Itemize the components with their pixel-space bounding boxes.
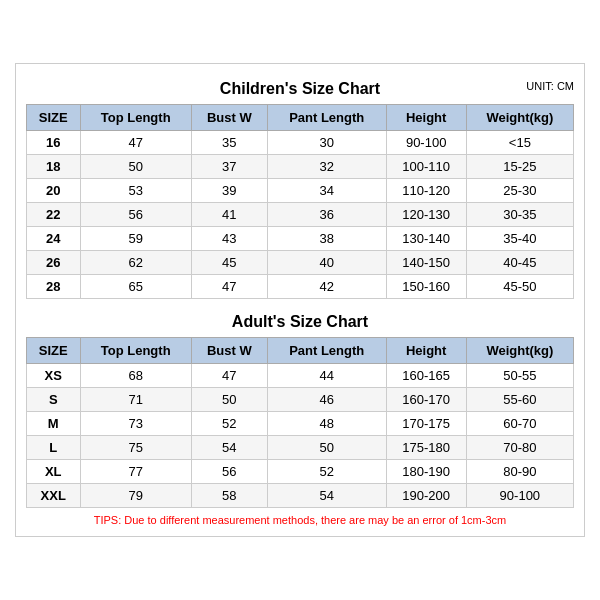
adult-cell: 180-190 <box>386 460 466 484</box>
children-cell: 50 <box>80 155 191 179</box>
children-cell: 16 <box>27 131 81 155</box>
adult-col-header-bust-w: Bust W <box>191 338 267 364</box>
children-cell: 45-50 <box>466 275 573 299</box>
adult-cell: 90-100 <box>466 484 573 508</box>
adult-col-header-height: Height <box>386 338 466 364</box>
children-cell: 110-120 <box>386 179 466 203</box>
adult-cell: 70-80 <box>466 436 573 460</box>
children-cell: 40 <box>267 251 386 275</box>
adult-table-row: M735248170-17560-70 <box>27 412 574 436</box>
children-cell: 47 <box>191 275 267 299</box>
children-cell: 36 <box>267 203 386 227</box>
children-cell: 24 <box>27 227 81 251</box>
children-cell: 32 <box>267 155 386 179</box>
adult-cell: 56 <box>191 460 267 484</box>
children-cell: 35-40 <box>466 227 573 251</box>
children-cell: 62 <box>80 251 191 275</box>
children-table-row: 1647353090-100<15 <box>27 131 574 155</box>
children-cell: 140-150 <box>386 251 466 275</box>
children-title: Children's Size Chart UNIT: CM <box>26 74 574 100</box>
adult-cell: M <box>27 412 81 436</box>
children-cell: 26 <box>27 251 81 275</box>
children-table-row: 24594338130-14035-40 <box>27 227 574 251</box>
adult-table-row: XL775652180-19080-90 <box>27 460 574 484</box>
adult-table: SIZE Top Length Bust W Pant Length Heigh… <box>26 337 574 508</box>
adult-cell: 190-200 <box>386 484 466 508</box>
adult-cell: 60-70 <box>466 412 573 436</box>
children-table-row: 28654742150-16045-50 <box>27 275 574 299</box>
adult-cell: 55-60 <box>466 388 573 412</box>
adult-cell: 52 <box>267 460 386 484</box>
children-cell: 56 <box>80 203 191 227</box>
adult-cell: 170-175 <box>386 412 466 436</box>
children-cell: 59 <box>80 227 191 251</box>
children-cell: 39 <box>191 179 267 203</box>
adult-cell: XXL <box>27 484 81 508</box>
adult-cell: 71 <box>80 388 191 412</box>
adult-cell: 75 <box>80 436 191 460</box>
children-cell: 43 <box>191 227 267 251</box>
adult-title: Adult's Size Chart <box>26 307 574 333</box>
children-cell: 22 <box>27 203 81 227</box>
adult-cell: XL <box>27 460 81 484</box>
adult-cell: S <box>27 388 81 412</box>
children-cell: 20 <box>27 179 81 203</box>
adult-cell: 50-55 <box>466 364 573 388</box>
adult-cell: 54 <box>267 484 386 508</box>
children-table-row: 26624540140-15040-45 <box>27 251 574 275</box>
children-cell: 42 <box>267 275 386 299</box>
children-cell: 40-45 <box>466 251 573 275</box>
adult-cell: 47 <box>191 364 267 388</box>
children-cell: 15-25 <box>466 155 573 179</box>
children-title-text: Children's Size Chart <box>220 80 380 97</box>
adult-cell: L <box>27 436 81 460</box>
col-header-weight: Weight(kg) <box>466 105 573 131</box>
adult-cell: 80-90 <box>466 460 573 484</box>
children-cell: 150-160 <box>386 275 466 299</box>
children-cell: 100-110 <box>386 155 466 179</box>
adult-cell: 79 <box>80 484 191 508</box>
children-cell: 41 <box>191 203 267 227</box>
adult-cell: 160-165 <box>386 364 466 388</box>
children-cell: 47 <box>80 131 191 155</box>
adult-cell: 50 <box>267 436 386 460</box>
adult-cell: 73 <box>80 412 191 436</box>
adult-table-row: S715046160-17055-60 <box>27 388 574 412</box>
col-header-pant-length: Pant Length <box>267 105 386 131</box>
adult-col-header-top-length: Top Length <box>80 338 191 364</box>
unit-label: UNIT: CM <box>526 80 574 92</box>
children-cell: 38 <box>267 227 386 251</box>
children-cell: 28 <box>27 275 81 299</box>
adult-title-text: Adult's Size Chart <box>232 313 368 330</box>
adult-cell: 50 <box>191 388 267 412</box>
children-table-row: 22564136120-13030-35 <box>27 203 574 227</box>
children-cell: 30 <box>267 131 386 155</box>
children-cell: 120-130 <box>386 203 466 227</box>
size-chart-wrapper: Children's Size Chart UNIT: CM SIZE Top … <box>15 63 585 537</box>
tips-text: TIPS: Due to different measurement metho… <box>26 514 574 526</box>
col-header-bust-w: Bust W <box>191 105 267 131</box>
children-cell: 45 <box>191 251 267 275</box>
adult-cell: 54 <box>191 436 267 460</box>
adult-header-row: SIZE Top Length Bust W Pant Length Heigh… <box>27 338 574 364</box>
adult-col-header-pant-length: Pant Length <box>267 338 386 364</box>
adult-table-row: XS684744160-16550-55 <box>27 364 574 388</box>
adult-table-row: XXL795854190-20090-100 <box>27 484 574 508</box>
adult-cell: 160-170 <box>386 388 466 412</box>
children-cell: 35 <box>191 131 267 155</box>
adult-cell: 48 <box>267 412 386 436</box>
children-cell: 25-30 <box>466 179 573 203</box>
col-header-height: Height <box>386 105 466 131</box>
children-cell: 65 <box>80 275 191 299</box>
col-header-top-length: Top Length <box>80 105 191 131</box>
children-cell: 18 <box>27 155 81 179</box>
children-cell: 90-100 <box>386 131 466 155</box>
children-cell: 53 <box>80 179 191 203</box>
children-table-row: 18503732100-11015-25 <box>27 155 574 179</box>
children-table: SIZE Top Length Bust W Pant Length Heigh… <box>26 104 574 299</box>
adult-col-header-size: SIZE <box>27 338 81 364</box>
children-header-row: SIZE Top Length Bust W Pant Length Heigh… <box>27 105 574 131</box>
children-cell: 130-140 <box>386 227 466 251</box>
adult-table-row: L755450175-18070-80 <box>27 436 574 460</box>
children-cell: 37 <box>191 155 267 179</box>
